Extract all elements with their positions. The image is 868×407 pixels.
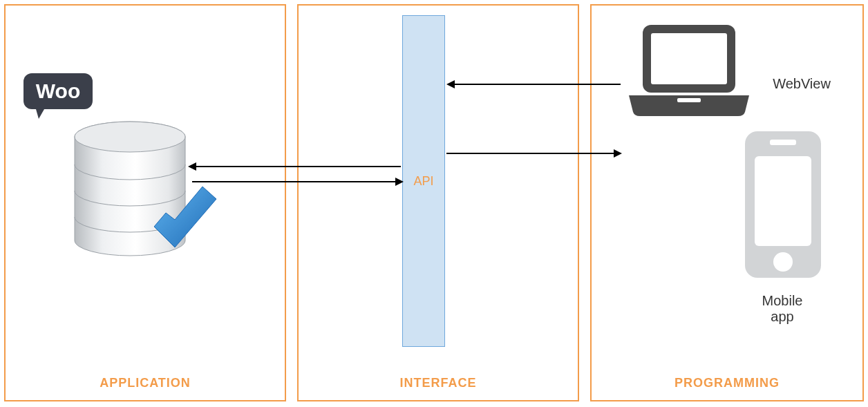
- svg-point-8: [773, 252, 793, 272]
- arrow-api-to-db: [195, 166, 401, 167]
- arrow-db-to-api: [192, 181, 397, 182]
- panel-application-title: APPLICATION: [6, 376, 285, 390]
- arrow-api-to-laptop: [446, 153, 615, 154]
- mobile-label: Mobile app: [748, 293, 817, 325]
- webview-label: WebView: [764, 76, 840, 92]
- panel-programming-title: PROGRAMMING: [592, 376, 862, 390]
- svg-rect-3: [651, 33, 727, 84]
- svg-rect-6: [755, 156, 811, 246]
- api-column: API: [402, 15, 445, 347]
- woo-badge-text: Woo: [36, 79, 80, 102]
- api-label: API: [413, 174, 433, 189]
- arrow-laptop-to-api-head: [446, 80, 455, 88]
- svg-rect-4: [677, 98, 701, 102]
- laptop-icon: [623, 21, 755, 127]
- arrow-api-to-db-head: [188, 162, 196, 171]
- svg-rect-7: [770, 140, 796, 145]
- arrow-api-to-laptop-head: [614, 149, 622, 158]
- arrow-laptop-to-api: [453, 84, 621, 85]
- arrow-db-to-api-head: [395, 178, 404, 186]
- mobile-icon: [738, 129, 828, 290]
- svg-point-1: [75, 122, 185, 152]
- database-icon: [61, 116, 227, 285]
- panel-interface-title: INTERFACE: [299, 376, 578, 390]
